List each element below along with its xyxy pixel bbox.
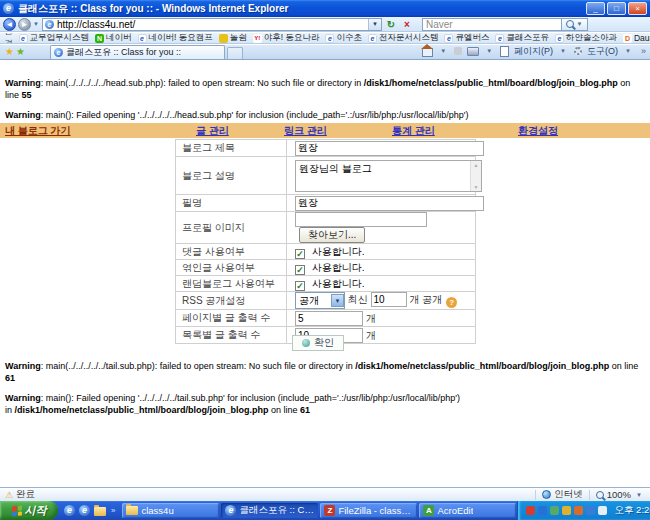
new-tab-button[interactable]: [227, 47, 243, 59]
zoom-control[interactable]: 100% ▼: [596, 489, 645, 500]
profile-image-browse-button[interactable]: 찾아보기...: [299, 227, 365, 243]
links-bar-item[interactable]: Y!야후! 동요나라: [253, 33, 320, 44]
scroll-up-icon[interactable]: ▲: [474, 162, 479, 168]
add-favorite-icon[interactable]: ★: [16, 46, 25, 58]
blog-description-textarea[interactable]: 원장님의 블로그▲▼: [295, 160, 482, 192]
zoom-icon: [596, 491, 604, 499]
script-error-icon[interactable]: ⚠: [5, 490, 13, 500]
home-icon[interactable]: [422, 48, 433, 57]
selected-option: 공개: [299, 294, 329, 308]
quick-launch: e e »: [58, 505, 121, 516]
links-bar-item-label: 클래스포유: [506, 33, 549, 44]
command-bar: ▼ ▼ 페이지(P)▼ 도구(O)▼ »: [422, 44, 646, 59]
yellow-icon: [219, 34, 228, 43]
random-blog-enabled-checkbox-label: 사용합니다.: [309, 278, 365, 289]
close-button[interactable]: ×: [628, 2, 647, 15]
form-row-pen-name: 필명: [176, 195, 476, 212]
menu-item-my-blog[interactable]: 내 블로그 가기: [5, 124, 71, 138]
menu-item-settings[interactable]: 환경설정: [518, 124, 558, 138]
links-bar-item-label: 야후! 동요나라: [264, 33, 320, 44]
links-bar-item[interactable]: e클래스포유: [495, 33, 549, 44]
help-icon[interactable]: ?: [446, 297, 457, 308]
posts-per-page-input[interactable]: [295, 311, 363, 326]
form-label: 필명: [176, 195, 287, 212]
start-button[interactable]: 시작: [0, 501, 58, 520]
history-dropdown-icon[interactable]: ▼: [33, 21, 39, 27]
search-button[interactable]: ▼: [562, 18, 588, 31]
confirm-button-label: 확인: [314, 336, 334, 350]
scroll-down-icon[interactable]: ▼: [474, 184, 479, 190]
address-dropdown-icon[interactable]: ▼: [368, 19, 381, 30]
naver-icon: N: [95, 34, 104, 43]
taskbar-button-ie[interactable]: e클래스포유 :: Clas...: [221, 503, 318, 518]
menu-item-post-admin[interactable]: 글 관리: [196, 124, 229, 138]
search-input[interactable]: Naver: [422, 18, 562, 31]
tab-title: 클래스포유 :: Class for you ::: [66, 46, 181, 59]
confirm-button[interactable]: 확인: [292, 335, 344, 351]
trackback-enabled-checkbox[interactable]: ✓: [295, 265, 305, 275]
random-blog-enabled-checkbox[interactable]: ✓: [295, 281, 305, 291]
tools-menu[interactable]: 도구(O): [587, 45, 618, 58]
quick-launch-folder-icon[interactable]: [94, 507, 106, 516]
quick-launch-ie-icon[interactable]: e: [64, 505, 75, 516]
links-bar-item[interactable]: e큐엘버스: [444, 33, 489, 44]
textarea-scrollbar[interactable]: ▲▼: [470, 161, 481, 191]
profile-image-input[interactable]: [295, 212, 427, 227]
blog-title-input[interactable]: [295, 141, 484, 156]
links-bar-item[interactable]: DDaum: [623, 33, 650, 43]
taskbar-button-filezilla[interactable]: ZFileZilla - class4u...: [320, 503, 417, 518]
quick-launch-browser-icon[interactable]: e: [79, 505, 90, 516]
comments-enabled-checkbox[interactable]: ✓: [295, 249, 305, 259]
tray-icon[interactable]: [550, 506, 559, 515]
stop-button[interactable]: ×: [400, 18, 414, 31]
minimize-button[interactable]: _: [586, 2, 605, 15]
more-commands-icon[interactable]: »: [641, 46, 646, 56]
pen-name-input[interactable]: [295, 196, 484, 211]
feeds-icon[interactable]: [454, 47, 462, 55]
links-bar-item[interactable]: e교무업무시스템: [19, 33, 90, 44]
rss-visibility-select[interactable]: 공개▼: [295, 292, 345, 309]
quick-launch-more-icon[interactable]: »: [111, 506, 115, 515]
links-bar-item[interactable]: e네이버! 동요캠프: [138, 33, 213, 44]
print-icon[interactable]: [467, 47, 479, 56]
refresh-button[interactable]: ↻: [384, 18, 398, 31]
tray-icon[interactable]: [562, 506, 571, 515]
zoom-dropdown-icon[interactable]: ▼: [636, 492, 642, 498]
ie-icon: e: [225, 505, 236, 516]
links-bar-item-label: 놀쉼: [230, 33, 247, 44]
tray-icon[interactable]: [574, 506, 583, 515]
menu-item-link-admin[interactable]: 링크 관리: [284, 124, 327, 138]
address-field[interactable]: e http://class4u.net/ ▼: [42, 18, 382, 31]
tray-icon[interactable]: [598, 506, 607, 515]
links-bar-item[interactable]: e전자문서시스템: [368, 33, 439, 44]
print-dropdown-icon: ▼: [486, 48, 492, 54]
tab-row: ★ ★ e 클래스포유 :: Class for you :: ▼ ▼ 페이지(…: [0, 45, 650, 60]
links-bar-item[interactable]: e하얀솔소아과: [555, 33, 617, 44]
status-separator: [535, 490, 536, 500]
back-button[interactable]: ◄: [3, 18, 16, 31]
taskbar-button-acroedit[interactable]: AAcroEdit: [419, 503, 516, 518]
page-menu[interactable]: 페이지(P): [514, 45, 553, 58]
menu-item-stats-admin[interactable]: 통계 관리: [392, 124, 435, 138]
tray-icon[interactable]: [586, 506, 595, 515]
zone-text: 인터넷: [554, 488, 583, 501]
url-text: http://class4u.net/: [57, 19, 365, 30]
tray-icon[interactable]: [526, 506, 535, 515]
maximize-button[interactable]: □: [607, 2, 626, 15]
favorites-icon[interactable]: ★: [5, 46, 14, 58]
tab-active[interactable]: e 클래스포유 :: Class for you ::: [50, 45, 225, 59]
taskbar-clock: 오후 2:26: [614, 504, 650, 517]
rss-visibility-count-input[interactable]: [371, 292, 407, 307]
links-bar-item[interactable]: 놀쉼: [219, 33, 247, 44]
internet-zone-icon: [542, 490, 551, 499]
confirm-button-icon: [302, 339, 310, 347]
links-bar-item[interactable]: e이수초: [325, 33, 362, 44]
forward-button[interactable]: ►: [18, 18, 31, 31]
form-label: 블로그 제목: [176, 140, 287, 157]
tray-icons: [526, 506, 607, 515]
links-bar-item[interactable]: N네이버: [95, 33, 132, 44]
form-field: 찾아보기...: [287, 212, 476, 244]
taskbar-button-folder[interactable]: class4u: [122, 503, 219, 518]
links-bar-item-label: 하얀솔소아과: [566, 33, 617, 44]
tray-icon[interactable]: [538, 506, 547, 515]
